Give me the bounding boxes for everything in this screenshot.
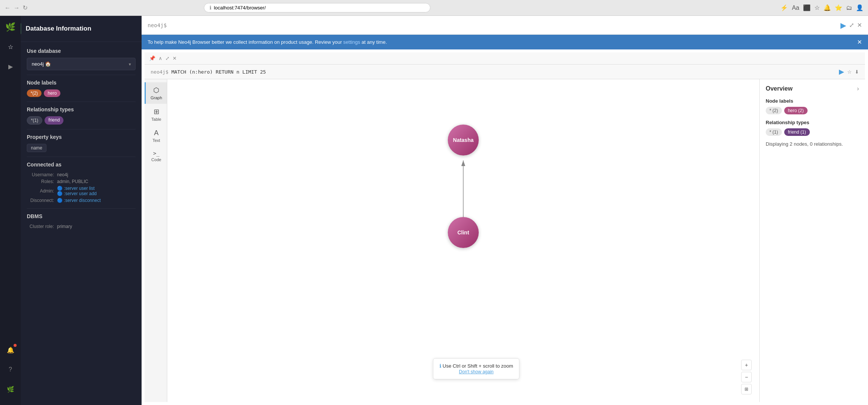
overview-rel-types-section: Relationship types * (1) friend (1) xyxy=(766,120,859,136)
banner-text: To help make Neo4j Browser better we col… xyxy=(148,39,387,45)
db-logo-icon: 🌿 xyxy=(5,22,15,32)
tab-code[interactable]: >_ Code xyxy=(145,146,167,166)
connected-as-title: Connected as xyxy=(27,162,136,168)
dbms-info: Cluster role: primary xyxy=(27,223,136,230)
info-icon: ℹ xyxy=(210,5,211,11)
roles-label: Roles: xyxy=(27,178,57,185)
ov-tag-hero[interactable]: hero (2) xyxy=(784,107,808,114)
node-clint[interactable]: Clint xyxy=(448,217,479,248)
zoom-out-button[interactable]: − xyxy=(741,372,752,382)
query-input[interactable] xyxy=(170,22,837,28)
sidebar-header: 🌿 Database Information xyxy=(0,16,142,42)
overview-chevron-button[interactable]: › xyxy=(857,85,859,92)
table-tab-icon: ⊞ xyxy=(154,108,159,116)
clint-label: Clint xyxy=(457,229,469,236)
roles-row: Roles: admin, PUBLIC xyxy=(27,178,136,185)
result-header: 📌 ∧ ⤢ ✕ xyxy=(145,52,865,65)
relationship-types-section: Relationship types *(1) friend xyxy=(27,106,136,125)
dont-show-again-link[interactable]: Don't show again xyxy=(459,369,494,374)
node-labels-title: Node labels xyxy=(27,80,136,86)
notification-dot xyxy=(14,344,17,347)
dbms-title: DBMS xyxy=(27,213,136,219)
settings-link[interactable]: settings xyxy=(343,39,360,45)
overview-rel-types-title: Relationship types xyxy=(766,120,859,125)
tab-table[interactable]: ⊞ Table xyxy=(145,104,167,125)
star-result-button[interactable]: ☆ xyxy=(847,68,852,76)
sidebar-item-help[interactable]: ? xyxy=(4,363,17,376)
node-label-hero[interactable]: hero xyxy=(44,89,60,97)
disconnect-label: Disconnect: xyxy=(27,197,57,204)
rel-type-all[interactable]: *(1) xyxy=(27,116,42,125)
divider-4 xyxy=(27,157,136,157)
browser-icons: ⚡ Aа ⬛ ☆ 🔔 ⭐ 🗂 👤 xyxy=(780,4,863,11)
pin-button[interactable]: 📌 xyxy=(149,55,156,61)
back-icon[interactable]: ← xyxy=(5,5,11,11)
tab-text[interactable]: A Text xyxy=(145,125,167,146)
browser-icon-5[interactable]: 🔔 xyxy=(823,4,831,11)
collapse-button[interactable]: ∧ xyxy=(159,55,162,61)
ov-tag-all[interactable]: * (2) xyxy=(766,107,782,114)
forward-icon[interactable]: → xyxy=(14,5,20,11)
run-result-button[interactable]: ▶ xyxy=(839,68,844,76)
overview-title: Overview xyxy=(766,85,792,92)
property-keys-section: Property keys name xyxy=(27,134,136,152)
browser-icon-8[interactable]: 👤 xyxy=(856,4,863,11)
table-tab-label: Table xyxy=(151,117,161,122)
sidebar-title: Database Information xyxy=(26,25,91,32)
admin-links: 🔵 :server user list 🔵 :server user add xyxy=(57,185,136,197)
node-labels-tags: *(2) hero xyxy=(27,89,136,97)
server-user-list-link[interactable]: 🔵 :server user list xyxy=(57,186,95,191)
graph-canvas[interactable]: friend Natasha Clint ℹ U xyxy=(167,79,759,402)
node-natasha[interactable]: Natasha xyxy=(448,125,479,156)
node-labels-section: Node labels *(2) hero xyxy=(27,80,136,97)
download-result-button[interactable]: ⬇ xyxy=(855,68,859,76)
divider-1 xyxy=(27,75,136,75)
sidebar-item-star[interactable]: ☆ xyxy=(4,40,17,54)
sidebar-content: Use database neo4j 🏠 Node labels *(2) he… xyxy=(21,42,142,405)
sidebar-item-bell[interactable]: 🔔 xyxy=(4,343,17,357)
close-banner-button[interactable]: ✕ xyxy=(857,38,862,46)
username-row: Username: neo4j xyxy=(27,171,136,178)
overview-node-labels-title: Node labels xyxy=(766,98,859,104)
browser-icon-2[interactable]: Aа xyxy=(792,5,799,11)
fit-button[interactable]: ⊞ xyxy=(741,384,752,394)
browser-icon-1[interactable]: ⚡ xyxy=(780,4,788,11)
sidebar-item-play[interactable]: ▶ xyxy=(4,60,17,73)
result-area-inner: ⬡ Graph ⊞ Table A Text >_ xyxy=(145,79,865,402)
query-actions: ▶ ☆ ⬇ xyxy=(839,68,859,76)
server-disconnect-link[interactable]: 🔵 :server disconnect xyxy=(57,198,101,203)
db-icon: 🌿 xyxy=(7,386,14,393)
graph-tab-label: Graph xyxy=(151,95,162,100)
expand-result-button[interactable]: ⤢ xyxy=(165,55,170,61)
result-query-text: MATCH (n:hero) RETURN n LIMIT 25 xyxy=(171,69,266,75)
property-keys-title: Property keys xyxy=(27,134,136,140)
icon-bar: 🌿 ☆ ▶ 🔔 ? 🌿 xyxy=(0,16,21,405)
close-query-button[interactable]: ✕ xyxy=(857,22,862,29)
tab-graph[interactable]: ⬡ Graph xyxy=(145,82,167,104)
use-database-section: Use database neo4j 🏠 xyxy=(27,48,136,70)
ov-rel-all[interactable]: * (1) xyxy=(766,128,782,136)
refresh-icon[interactable]: ↻ xyxy=(23,4,28,11)
rel-type-friend[interactable]: friend xyxy=(45,116,63,125)
overview-panel: Overview › Node labels * (2) hero (2) Re… xyxy=(759,79,865,402)
db-select[interactable]: neo4j 🏠 xyxy=(27,58,136,70)
server-user-add-link[interactable]: 🔵 :server user add xyxy=(57,191,97,196)
sidebar-item-db[interactable]: 🌿 xyxy=(4,382,17,396)
zoom-in-button[interactable]: + xyxy=(741,360,752,370)
browser-icon-4[interactable]: ☆ xyxy=(814,4,820,11)
query-bar: neo4j$ ▶ ⤢ ✕ xyxy=(142,16,868,35)
browser-icon-7[interactable]: 🗂 xyxy=(846,5,852,11)
browser-icon-3[interactable]: ⬛ xyxy=(803,4,811,11)
ov-rel-friend[interactable]: friend (1) xyxy=(784,128,810,136)
prop-key-name[interactable]: name xyxy=(27,144,46,152)
play-icon: ▶ xyxy=(8,63,13,70)
tooltip-icon: ℹ xyxy=(439,363,441,369)
expand-query-button[interactable]: ⤢ xyxy=(849,22,854,29)
node-label-all[interactable]: *(2) xyxy=(27,89,42,97)
sidebar-item-logo[interactable]: 🌿 xyxy=(4,20,17,34)
browser-icon-6[interactable]: ⭐ xyxy=(835,4,842,11)
run-query-button[interactable]: ▶ xyxy=(840,21,846,30)
close-result-button[interactable]: ✕ xyxy=(173,55,177,61)
overview-header: Overview › xyxy=(766,85,859,92)
address-bar[interactable]: ℹ localhost:7474/browser/ xyxy=(204,3,430,12)
